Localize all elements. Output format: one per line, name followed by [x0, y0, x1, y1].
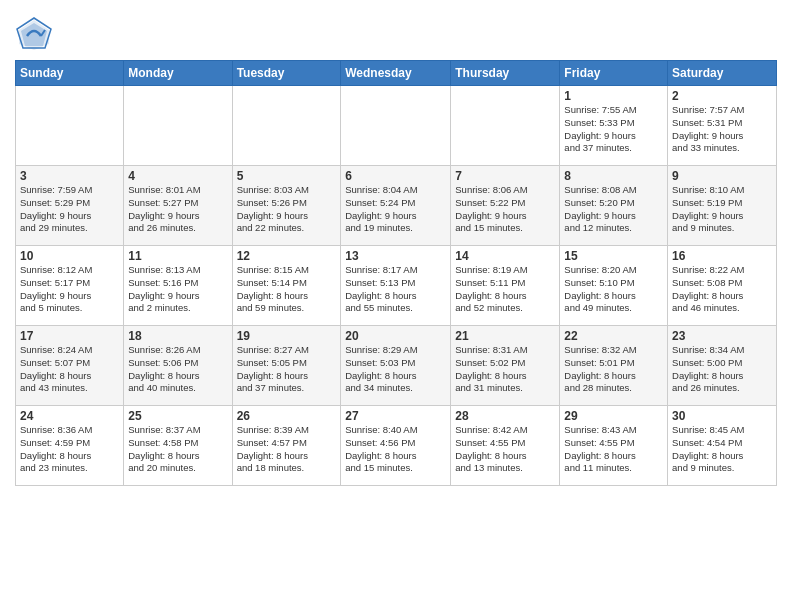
day-number: 5	[237, 169, 337, 183]
header	[15, 10, 777, 54]
day-number: 3	[20, 169, 119, 183]
day-number: 28	[455, 409, 555, 423]
day-info: Sunrise: 8:15 AM Sunset: 5:14 PM Dayligh…	[237, 264, 337, 315]
day-cell: 14Sunrise: 8:19 AM Sunset: 5:11 PM Dayli…	[451, 246, 560, 326]
day-info: Sunrise: 8:29 AM Sunset: 5:03 PM Dayligh…	[345, 344, 446, 395]
day-cell: 7Sunrise: 8:06 AM Sunset: 5:22 PM Daylig…	[451, 166, 560, 246]
day-number: 21	[455, 329, 555, 343]
day-number: 18	[128, 329, 227, 343]
day-cell: 20Sunrise: 8:29 AM Sunset: 5:03 PM Dayli…	[341, 326, 451, 406]
day-number: 13	[345, 249, 446, 263]
day-info: Sunrise: 8:10 AM Sunset: 5:19 PM Dayligh…	[672, 184, 772, 235]
col-header-saturday: Saturday	[668, 61, 777, 86]
day-cell: 21Sunrise: 8:31 AM Sunset: 5:02 PM Dayli…	[451, 326, 560, 406]
day-info: Sunrise: 8:36 AM Sunset: 4:59 PM Dayligh…	[20, 424, 119, 475]
day-info: Sunrise: 8:42 AM Sunset: 4:55 PM Dayligh…	[455, 424, 555, 475]
day-number: 26	[237, 409, 337, 423]
day-number: 9	[672, 169, 772, 183]
day-info: Sunrise: 8:20 AM Sunset: 5:10 PM Dayligh…	[564, 264, 663, 315]
week-row-4: 17Sunrise: 8:24 AM Sunset: 5:07 PM Dayli…	[16, 326, 777, 406]
calendar: SundayMondayTuesdayWednesdayThursdayFrid…	[15, 60, 777, 486]
day-info: Sunrise: 8:03 AM Sunset: 5:26 PM Dayligh…	[237, 184, 337, 235]
day-info: Sunrise: 7:57 AM Sunset: 5:31 PM Dayligh…	[672, 104, 772, 155]
day-cell: 4Sunrise: 8:01 AM Sunset: 5:27 PM Daylig…	[124, 166, 232, 246]
col-header-thursday: Thursday	[451, 61, 560, 86]
day-info: Sunrise: 8:34 AM Sunset: 5:00 PM Dayligh…	[672, 344, 772, 395]
day-cell: 26Sunrise: 8:39 AM Sunset: 4:57 PM Dayli…	[232, 406, 341, 486]
day-info: Sunrise: 7:55 AM Sunset: 5:33 PM Dayligh…	[564, 104, 663, 155]
day-cell	[341, 86, 451, 166]
day-number: 24	[20, 409, 119, 423]
day-number: 19	[237, 329, 337, 343]
day-cell: 16Sunrise: 8:22 AM Sunset: 5:08 PM Dayli…	[668, 246, 777, 326]
week-row-3: 10Sunrise: 8:12 AM Sunset: 5:17 PM Dayli…	[16, 246, 777, 326]
col-header-friday: Friday	[560, 61, 668, 86]
day-info: Sunrise: 8:06 AM Sunset: 5:22 PM Dayligh…	[455, 184, 555, 235]
day-cell: 25Sunrise: 8:37 AM Sunset: 4:58 PM Dayli…	[124, 406, 232, 486]
day-info: Sunrise: 8:19 AM Sunset: 5:11 PM Dayligh…	[455, 264, 555, 315]
day-cell: 11Sunrise: 8:13 AM Sunset: 5:16 PM Dayli…	[124, 246, 232, 326]
day-cell	[16, 86, 124, 166]
day-cell	[124, 86, 232, 166]
day-info: Sunrise: 8:31 AM Sunset: 5:02 PM Dayligh…	[455, 344, 555, 395]
day-cell: 1Sunrise: 7:55 AM Sunset: 5:33 PM Daylig…	[560, 86, 668, 166]
day-info: Sunrise: 8:08 AM Sunset: 5:20 PM Dayligh…	[564, 184, 663, 235]
col-header-sunday: Sunday	[16, 61, 124, 86]
day-cell: 12Sunrise: 8:15 AM Sunset: 5:14 PM Dayli…	[232, 246, 341, 326]
day-number: 17	[20, 329, 119, 343]
day-cell: 9Sunrise: 8:10 AM Sunset: 5:19 PM Daylig…	[668, 166, 777, 246]
day-cell: 6Sunrise: 8:04 AM Sunset: 5:24 PM Daylig…	[341, 166, 451, 246]
day-info: Sunrise: 8:45 AM Sunset: 4:54 PM Dayligh…	[672, 424, 772, 475]
day-cell: 17Sunrise: 8:24 AM Sunset: 5:07 PM Dayli…	[16, 326, 124, 406]
day-number: 12	[237, 249, 337, 263]
day-info: Sunrise: 8:32 AM Sunset: 5:01 PM Dayligh…	[564, 344, 663, 395]
col-header-wednesday: Wednesday	[341, 61, 451, 86]
col-header-tuesday: Tuesday	[232, 61, 341, 86]
day-info: Sunrise: 8:12 AM Sunset: 5:17 PM Dayligh…	[20, 264, 119, 315]
day-number: 27	[345, 409, 446, 423]
day-cell	[232, 86, 341, 166]
day-cell	[451, 86, 560, 166]
day-cell: 13Sunrise: 8:17 AM Sunset: 5:13 PM Dayli…	[341, 246, 451, 326]
day-number: 23	[672, 329, 772, 343]
day-info: Sunrise: 8:40 AM Sunset: 4:56 PM Dayligh…	[345, 424, 446, 475]
day-cell: 8Sunrise: 8:08 AM Sunset: 5:20 PM Daylig…	[560, 166, 668, 246]
day-number: 7	[455, 169, 555, 183]
day-cell: 29Sunrise: 8:43 AM Sunset: 4:55 PM Dayli…	[560, 406, 668, 486]
day-number: 25	[128, 409, 227, 423]
day-number: 20	[345, 329, 446, 343]
calendar-header-row: SundayMondayTuesdayWednesdayThursdayFrid…	[16, 61, 777, 86]
day-info: Sunrise: 8:26 AM Sunset: 5:06 PM Dayligh…	[128, 344, 227, 395]
day-number: 1	[564, 89, 663, 103]
day-number: 4	[128, 169, 227, 183]
day-number: 30	[672, 409, 772, 423]
day-number: 11	[128, 249, 227, 263]
day-cell: 5Sunrise: 8:03 AM Sunset: 5:26 PM Daylig…	[232, 166, 341, 246]
day-info: Sunrise: 8:01 AM Sunset: 5:27 PM Dayligh…	[128, 184, 227, 235]
day-info: Sunrise: 8:39 AM Sunset: 4:57 PM Dayligh…	[237, 424, 337, 475]
week-row-1: 1Sunrise: 7:55 AM Sunset: 5:33 PM Daylig…	[16, 86, 777, 166]
week-row-2: 3Sunrise: 7:59 AM Sunset: 5:29 PM Daylig…	[16, 166, 777, 246]
day-number: 15	[564, 249, 663, 263]
day-cell: 30Sunrise: 8:45 AM Sunset: 4:54 PM Dayli…	[668, 406, 777, 486]
day-info: Sunrise: 8:43 AM Sunset: 4:55 PM Dayligh…	[564, 424, 663, 475]
day-cell: 10Sunrise: 8:12 AM Sunset: 5:17 PM Dayli…	[16, 246, 124, 326]
day-cell: 2Sunrise: 7:57 AM Sunset: 5:31 PM Daylig…	[668, 86, 777, 166]
week-row-5: 24Sunrise: 8:36 AM Sunset: 4:59 PM Dayli…	[16, 406, 777, 486]
day-cell: 23Sunrise: 8:34 AM Sunset: 5:00 PM Dayli…	[668, 326, 777, 406]
day-cell: 15Sunrise: 8:20 AM Sunset: 5:10 PM Dayli…	[560, 246, 668, 326]
day-info: Sunrise: 8:27 AM Sunset: 5:05 PM Dayligh…	[237, 344, 337, 395]
day-cell: 19Sunrise: 8:27 AM Sunset: 5:05 PM Dayli…	[232, 326, 341, 406]
day-info: Sunrise: 8:24 AM Sunset: 5:07 PM Dayligh…	[20, 344, 119, 395]
day-cell: 24Sunrise: 8:36 AM Sunset: 4:59 PM Dayli…	[16, 406, 124, 486]
day-number: 10	[20, 249, 119, 263]
col-header-monday: Monday	[124, 61, 232, 86]
day-cell: 22Sunrise: 8:32 AM Sunset: 5:01 PM Dayli…	[560, 326, 668, 406]
logo	[15, 16, 53, 54]
day-number: 6	[345, 169, 446, 183]
day-number: 2	[672, 89, 772, 103]
page: SundayMondayTuesdayWednesdayThursdayFrid…	[0, 0, 792, 612]
day-info: Sunrise: 8:13 AM Sunset: 5:16 PM Dayligh…	[128, 264, 227, 315]
day-cell: 27Sunrise: 8:40 AM Sunset: 4:56 PM Dayli…	[341, 406, 451, 486]
day-cell: 18Sunrise: 8:26 AM Sunset: 5:06 PM Dayli…	[124, 326, 232, 406]
